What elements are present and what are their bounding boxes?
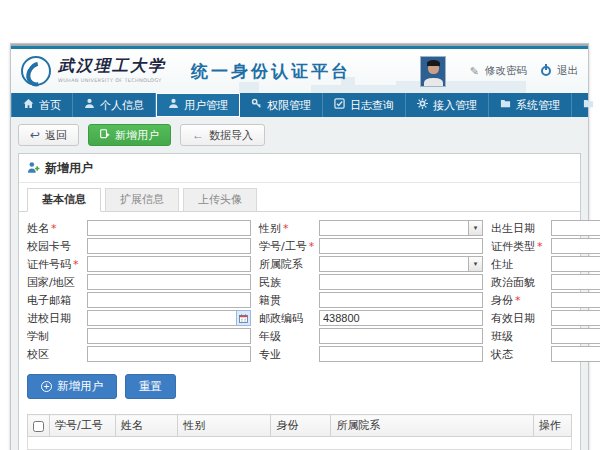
required-asterisk: * — [283, 222, 289, 235]
select-all-checkbox[interactable] — [33, 421, 44, 432]
data-import-label: 数据导入 — [209, 128, 253, 143]
nav-item-label: 权限管理 — [267, 98, 311, 113]
class-input[interactable] — [551, 328, 600, 344]
folder-icon — [583, 98, 594, 112]
form-field-campus-card: 校园卡号 — [27, 238, 251, 254]
main-nav: 首页个人信息用户管理权限管理日志查询接入管理系统管理订阅管理 — [11, 93, 588, 117]
email-input[interactable] — [87, 292, 251, 308]
tab-basic-info[interactable]: 基本信息 — [27, 188, 101, 212]
section-header: 新增用户 — [19, 154, 580, 183]
nav-item-label: 用户管理 — [184, 98, 228, 113]
submit-add-user-button[interactable]: 新增用户 — [27, 374, 117, 399]
field-label-campus: 校区 — [27, 347, 87, 362]
gender-input[interactable] — [319, 220, 469, 236]
table-header-student-id: 学号/工号 — [50, 415, 116, 437]
name-input[interactable] — [87, 220, 251, 236]
form-field-id-number: 证件号码* — [27, 256, 251, 272]
form-field-campus: 校区 — [27, 346, 251, 362]
schooling-length-input[interactable] — [87, 328, 251, 344]
field-label-email: 电子邮箱 — [27, 293, 87, 308]
field-label-political-status: 政治面貌 — [491, 275, 551, 290]
nav-item-perm-mgmt[interactable]: 权限管理 — [240, 93, 323, 117]
table-header-department: 所属院系 — [331, 415, 533, 437]
ethnicity-input[interactable] — [319, 274, 483, 290]
table-header-gender: 性别 — [178, 415, 271, 437]
toolbar: ↩ 返回 新增用户 ← 数据导入 — [18, 124, 581, 146]
form-field-postal-code: 邮政编码 — [259, 310, 483, 326]
identity-input[interactable] — [551, 292, 600, 308]
status-input[interactable] — [551, 346, 600, 362]
nav-item-home[interactable]: 首页 — [11, 93, 73, 117]
nav-item-access-mgmt[interactable]: 接入管理 — [406, 93, 489, 117]
political-status-input[interactable] — [551, 274, 600, 290]
tab-extended-info[interactable]: 扩展信息 — [105, 188, 179, 211]
birth-date-input[interactable] — [551, 220, 600, 236]
tab-upload-avatar[interactable]: 上传头像 — [183, 188, 257, 211]
valid-date-input[interactable] — [551, 310, 600, 326]
native-place-input[interactable] — [319, 292, 483, 308]
nav-item-user-mgmt[interactable]: 用户管理 — [156, 93, 240, 117]
home-icon — [23, 98, 34, 112]
id-number-input[interactable] — [87, 256, 251, 272]
university-logo-icon — [21, 56, 51, 86]
nav-item-profile[interactable]: 个人信息 — [73, 93, 156, 117]
address-input[interactable] — [551, 256, 600, 272]
user-list-table: 学号/工号姓名性别身份所属院系操作 — [27, 414, 572, 450]
back-button-label: 返回 — [45, 128, 67, 143]
data-import-button[interactable]: ← 数据导入 — [180, 124, 265, 146]
add-user-icon — [100, 129, 110, 141]
department-input[interactable] — [319, 256, 469, 272]
field-label-department: 所属院系 — [259, 257, 319, 272]
avatar-shoulders — [424, 78, 443, 87]
field-label-birth-date: 出生日期 — [491, 221, 551, 236]
submit-add-user-label: 新增用户 — [57, 379, 103, 394]
country-region-input[interactable] — [87, 274, 251, 290]
campus-input[interactable] — [87, 346, 251, 362]
field-label-identity: 身份* — [491, 293, 551, 308]
field-label-status: 状态 — [491, 347, 551, 362]
field-label-campus-card: 校园卡号 — [27, 239, 87, 254]
form-field-birth-date: 出生日期 — [491, 220, 600, 236]
user-avatar — [420, 56, 446, 87]
required-asterisk: * — [537, 240, 543, 253]
form-field-identity: 身份* — [491, 292, 600, 308]
content-area: ↩ 返回 新增用户 ← 数据导入 新增用户 基本信息扩展信息上传头像 — [11, 117, 588, 450]
student-id-input[interactable] — [319, 238, 483, 254]
gender-dropdown-button[interactable]: ▾ — [468, 220, 483, 236]
id-type-input[interactable] — [551, 238, 600, 254]
logout-link[interactable]: 退出 — [557, 64, 578, 78]
required-asterisk: * — [73, 258, 79, 271]
grade-input[interactable] — [319, 328, 483, 344]
enroll-date-input[interactable] — [87, 310, 237, 326]
nav-item-label: 个人信息 — [100, 98, 144, 113]
form-field-country-region: 国家/地区 — [27, 274, 251, 290]
form-field-student-id: 学号/工号* — [259, 238, 483, 254]
field-label-address: 住址 — [491, 257, 551, 272]
form-field-gender: 性别*▾ — [259, 220, 483, 236]
nav-item-system-mgmt[interactable]: 系统管理 — [489, 93, 572, 117]
reset-button[interactable]: 重置 — [125, 374, 176, 399]
enroll-date-calendar-button[interactable] — [236, 310, 251, 326]
major-input[interactable] — [319, 346, 483, 362]
add-user-toolbar-button[interactable]: 新增用户 — [88, 124, 171, 146]
field-label-id-number: 证件号码* — [27, 257, 87, 272]
form-field-name: 姓名* — [27, 220, 251, 236]
reset-button-label: 重置 — [139, 379, 162, 394]
university-name-cn: 武汉理工大学 — [58, 56, 184, 77]
new-user-panel: 新增用户 基本信息扩展信息上传头像 姓名*性别*▾出生日期校园卡号学号/工号*证… — [18, 153, 581, 450]
page-canvas: 武汉理工大学 WUHAN UNIVERSITY OF TECHNOLOGY 统一… — [0, 0, 600, 450]
department-dropdown-button[interactable]: ▾ — [468, 256, 483, 272]
form-field-address: 住址 — [491, 256, 600, 272]
change-password-link[interactable]: 修改密码 — [485, 64, 527, 78]
postal-code-input[interactable] — [319, 310, 483, 326]
avatar-hair — [427, 60, 440, 66]
gear-icon — [417, 98, 428, 112]
nav-item-subscribe-mgmt[interactable]: 订阅管理 — [572, 93, 600, 117]
import-arrow-icon: ← — [192, 128, 204, 142]
form-field-email: 电子邮箱 — [27, 292, 251, 308]
nav-item-log-query[interactable]: 日志查询 — [323, 93, 406, 117]
users-icon — [168, 98, 179, 112]
back-button[interactable]: ↩ 返回 — [18, 124, 79, 146]
key-icon — [251, 98, 262, 112]
campus-card-input[interactable] — [87, 238, 251, 254]
